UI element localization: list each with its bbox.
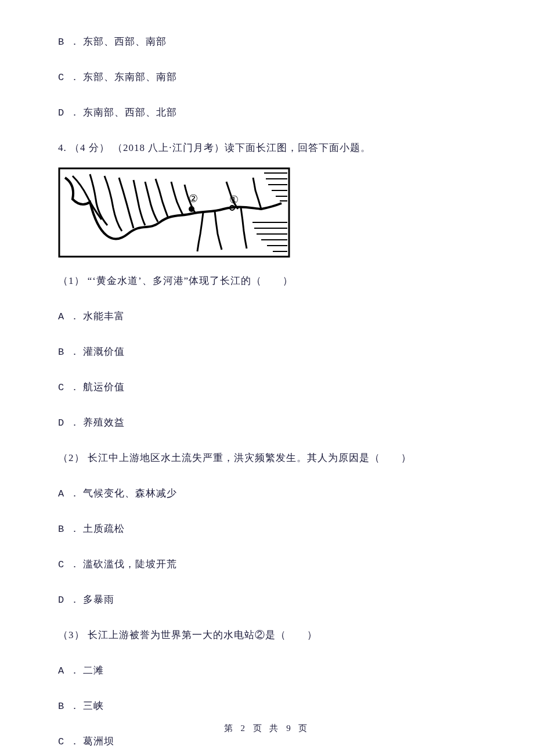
prev-option-d: D ． 东南部、西部、北部 — [58, 106, 488, 119]
q4-stem: 4. （4 分） （2018 八上·江门月考）读下面长江图，回答下面小题。 — [58, 141, 488, 154]
q4-sub2-b: B ． 土质疏松 — [58, 522, 488, 535]
option-prefix-d2: D ． — [58, 417, 80, 429]
q4-sub2-c-text: 滥砍滥伐，陡坡开荒 — [83, 559, 177, 570]
q4-sub3-a-text: 二滩 — [83, 665, 104, 676]
q4-sub2-d-text: 多暴雨 — [83, 594, 114, 605]
q4-sub1-stem: （1） “‘黄金水道’、多河港”体现了长江的（ ） — [58, 274, 488, 287]
option-prefix-a4: A ． — [58, 665, 80, 676]
q4-sub3-b: B ． 三峡 — [58, 699, 488, 712]
q4-sub3-a: A ． 二滩 — [58, 664, 488, 677]
q4-sub1-a-text: 水能丰富 — [83, 311, 125, 322]
prev-option-b: B ． 东部、西部、南部 — [58, 35, 488, 48]
marker-2-label: ② — [189, 193, 198, 204]
q4-sub2-a-text: 气候变化、森林减少 — [83, 488, 177, 499]
q4-sub2-stem: （2） 长江中上游地区水土流失严重，洪灾频繁发生。其人为原因是（ ） — [58, 451, 488, 465]
q4-sub3-b-text: 三峡 — [83, 700, 104, 711]
q4-sub3-stem: （3） 长江上游被誉为世界第一大的水电站②是（ ） — [58, 628, 488, 642]
q4-sub1-b-text: 灌溉价值 — [83, 346, 125, 357]
option-prefix-c3: C ． — [58, 559, 80, 570]
q4-sub2-c: C ． 滥砍滥伐，陡坡开荒 — [58, 557, 488, 571]
option-prefix-c2: C ． — [58, 382, 80, 393]
q4-sub1-a: A ． 水能丰富 — [58, 309, 488, 323]
option-prefix-a3: A ． — [58, 488, 80, 499]
q4-sub2-d: D ． 多暴雨 — [58, 593, 488, 606]
q4-sub1-d-text: 养殖效益 — [83, 417, 125, 428]
q4-sub3-c: C ． 葛洲坝 — [58, 735, 488, 748]
page-footer: 第 2 页 共 9 页 — [0, 723, 534, 734]
marker-2-dot — [189, 206, 194, 212]
option-prefix-b2: B ． — [58, 347, 80, 358]
yangtze-map-figure: ② ① — [58, 167, 488, 258]
prev-option-c: C ． 东部、东南部、南部 — [58, 70, 488, 84]
option-prefix-d3: D ． — [58, 595, 80, 606]
option-prefix-c4: C ． — [58, 736, 80, 747]
q4-sub2-a: A ． 气候变化、森林减少 — [58, 487, 488, 500]
option-prefix-d: D ． — [58, 107, 80, 118]
option-prefix-b4: B ． — [58, 701, 80, 712]
option-prefix-a: A ． — [58, 311, 80, 322]
yangtze-river-map: ② ① — [58, 167, 290, 258]
option-prefix-b: B ． — [58, 37, 80, 48]
q4-sub1-c: C ． 航运价值 — [58, 380, 488, 394]
option-prefix-b3: B ． — [58, 524, 80, 535]
q4-sub1-b: B ． 灌溉价值 — [58, 345, 488, 358]
option-prefix-c: C ． — [58, 72, 80, 83]
q4-sub1-d: D ． 养殖效益 — [58, 416, 488, 429]
q4-sub2-b-text: 土质疏松 — [83, 523, 125, 534]
q4-sub1-c-text: 航运价值 — [83, 381, 125, 393]
q4-sub3-c-text: 葛洲坝 — [83, 736, 114, 747]
marker-1-label: ① — [229, 194, 239, 206]
prev-option-c-text: 东部、东南部、南部 — [83, 71, 177, 82]
prev-option-d-text: 东南部、西部、北部 — [83, 107, 177, 118]
prev-option-b-text: 东部、西部、南部 — [83, 36, 167, 47]
